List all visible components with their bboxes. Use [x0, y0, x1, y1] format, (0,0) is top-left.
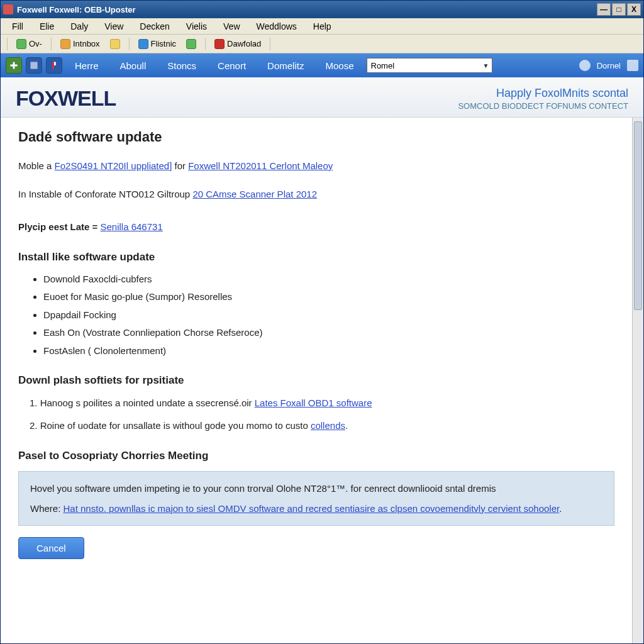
menu-daly[interactable]: Daly	[63, 19, 96, 33]
titlebar: Foxwell Foxwell: OEB-Uposter — □ X	[1, 1, 643, 18]
link-lates-foxall[interactable]: Lates Foxall OBD1 software	[255, 397, 372, 408]
window-title: Foxwell Foxwell: OEB-Uposter	[17, 5, 597, 14]
content: Dadé software update Moble a Fo2S0491 NT…	[1, 118, 632, 643]
svg-rect-2	[54, 62, 56, 65]
stop-icon	[214, 39, 225, 49]
refresh-icon	[16, 39, 26, 49]
menu-decken[interactable]: Decken	[132, 19, 177, 33]
info-icon[interactable]	[579, 60, 591, 71]
nav-dornel[interactable]: Dornel	[597, 61, 621, 70]
bullet-1: Downold Faxocldi-cubfers	[43, 272, 614, 287]
separator	[51, 38, 52, 50]
svg-rect-0	[30, 62, 37, 69]
link-senilla[interactable]: Senilla 646731	[100, 221, 162, 232]
step-2: 2. Roine of uodate for unsallate is with…	[30, 418, 614, 433]
toolbar: Ov- Intnbox Flistnic Dawfolad	[1, 35, 643, 53]
separator	[129, 38, 130, 50]
bullet-5: FostAslen ( Clonolertenment)	[43, 344, 614, 358]
nav-herre[interactable]: Herre	[66, 58, 108, 74]
tool-ov-label: Ov-	[29, 39, 42, 48]
download-icon	[186, 39, 196, 49]
section-downl: Downl plash softiets for rpsitiate	[18, 374, 614, 387]
content-wrapper: Dadé software update Moble a Fo2S0491 NT…	[1, 118, 643, 643]
globe-icon	[138, 39, 148, 49]
tool-dawfolad-label: Dawfolad	[227, 39, 261, 48]
menu-vielis[interactable]: Vielis	[179, 19, 214, 33]
header-right: Happly FoxolMnits scontal SOMCOLD BIODDE…	[458, 87, 628, 111]
link-fo2s0491[interactable]: Fo2S0491 NT20Il uppliated]	[55, 160, 172, 171]
separator	[205, 38, 206, 50]
tool-flistnic[interactable]: Flistnic	[135, 38, 180, 50]
separator	[7, 38, 8, 50]
link-collends[interactable]: collends	[311, 420, 345, 431]
tool-star[interactable]	[106, 38, 124, 50]
window-controls: — □ X	[597, 3, 641, 16]
page-header: FOXWELL Happly FoxolMnits scontal SOMCOL…	[1, 77, 643, 118]
bullet-4: Eash On (Vostrate Connliepation Chorse R…	[43, 326, 614, 340]
plycip-line: Plycip eest Late = Senilla 646731	[18, 220, 614, 235]
folder-icon	[60, 39, 70, 49]
close-button[interactable]: X	[627, 3, 641, 16]
menu-vew[interactable]: Vew	[216, 19, 247, 33]
bullet-3: Dpapdail Focking	[43, 308, 614, 323]
note-line-1: Hovel you software umden impeting ie to …	[30, 480, 602, 497]
cancel-button[interactable]: Cancel	[18, 537, 84, 559]
menu-elie[interactable]: Elie	[32, 19, 62, 33]
nav-select-value: Romel	[371, 61, 395, 70]
tool-ov[interactable]: Ov-	[13, 38, 46, 50]
nav-select[interactable]: Romel	[367, 58, 492, 73]
separator	[270, 38, 270, 50]
nav-stoncs[interactable]: Stoncs	[158, 58, 205, 74]
menu-view[interactable]: View	[97, 19, 131, 33]
note-line-2: Where: Hat nnsto. pownllas ic majon to s…	[30, 501, 602, 517]
tool-intnbox-label: Intnbox	[73, 39, 100, 48]
nav-aboull[interactable]: Aboull	[111, 58, 155, 74]
menubar: Fill Elie Daly View Decken Vielis Vew We…	[1, 18, 643, 35]
section-pasel: Pasel to Cosopriaty Chorries Meeting	[18, 450, 614, 462]
link-nt202011[interactable]: Foxwell NT202011 Cerlont Maleoy	[188, 160, 333, 171]
star-icon	[110, 39, 120, 49]
download-steps: 1. Hanoog s poilites a nointed undate a …	[30, 396, 614, 433]
nav-box-icon[interactable]	[26, 57, 42, 74]
step-1: 1. Hanoog s poilites a nointed undate a …	[30, 396, 614, 411]
minimize-button[interactable]: —	[597, 3, 611, 16]
svg-rect-1	[52, 62, 54, 69]
page-title: Dadé software update	[18, 129, 614, 145]
app-icon	[3, 4, 13, 14]
menu-fill[interactable]: Fill	[4, 19, 31, 33]
intro-line-2: In Instable of Conforate NTO012 Giltroup…	[18, 187, 614, 202]
tool-down[interactable]	[182, 38, 200, 50]
nav-cenort[interactable]: Cenort	[209, 58, 255, 74]
note-box: Hovel you software umden impeting ie to …	[18, 471, 614, 526]
intro-line-1: Moble a Fo2S0491 NT20Il uppliated] for F…	[18, 159, 614, 174]
nav-add-icon[interactable]	[6, 57, 22, 74]
nav-moose[interactable]: Moose	[316, 58, 362, 74]
install-bullets: Downold Faxocldi-cubfers Euoet for Masic…	[43, 272, 614, 358]
header-tagline: Happly FoxolMnits scontal	[458, 87, 628, 100]
brand-logo: FOXWELL	[16, 86, 116, 111]
app-window: Foxwell Foxwell: OEB-Uposter — □ X Fill …	[0, 0, 644, 644]
menu-help[interactable]: Help	[306, 19, 339, 33]
nav-right: Dornel	[579, 60, 638, 71]
tool-flistnic-label: Flistnic	[151, 39, 176, 48]
vertical-scrollbar[interactable]	[632, 118, 643, 643]
link-scanner-plat[interactable]: 20 CAmse Scanner Plat 2012	[192, 189, 317, 199]
scrollbar-thumb[interactable]	[634, 121, 642, 310]
collapse-icon[interactable]	[627, 60, 638, 71]
bullet-2: Euoet for Masic go-plue (Sumpor) Resorel…	[43, 290, 614, 304]
section-install: Install like software update	[18, 251, 614, 264]
nav-domelitz[interactable]: Domelitz	[258, 58, 313, 74]
header-subnav[interactable]: SOMCOLD BIODDECT FOFNUMS CONTECT	[458, 101, 628, 111]
maximize-button[interactable]: □	[612, 3, 626, 16]
tool-intnbox[interactable]: Intnbox	[57, 38, 104, 50]
tool-dawfolad[interactable]: Dawfolad	[211, 38, 265, 50]
menu-weddlows[interactable]: Weddlows	[249, 19, 304, 33]
navbar: Herre Aboull Stoncs Cenort Domelitz Moos…	[1, 53, 643, 77]
nav-flag-icon[interactable]	[46, 57, 62, 74]
link-note[interactable]: Hat nnsto. pownllas ic majon to siesl OM…	[64, 503, 560, 514]
